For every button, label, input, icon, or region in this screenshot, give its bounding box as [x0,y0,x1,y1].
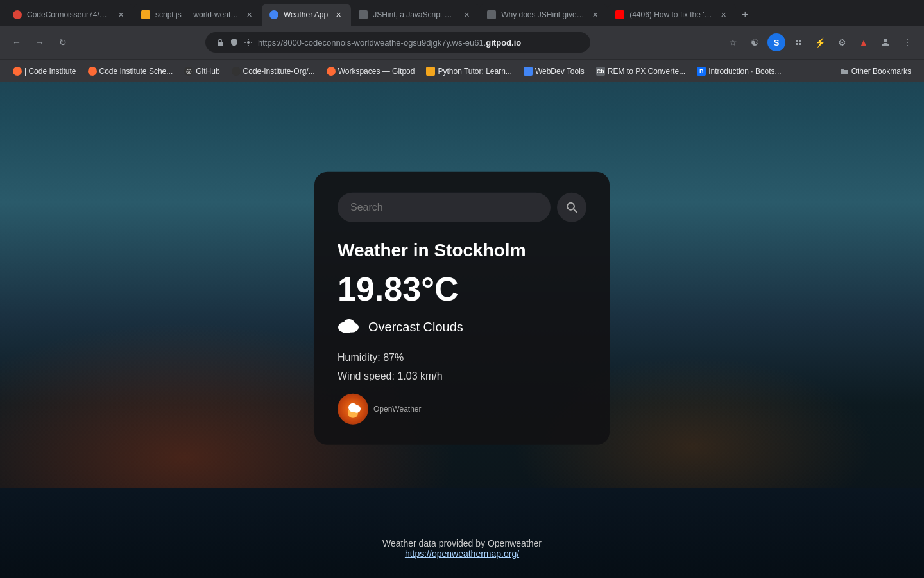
cloud-icon [338,316,361,338]
tab-icon-5 [487,10,496,19]
tab-icon-4 [359,10,368,19]
reload-button[interactable]: ↻ [54,33,72,51]
bookmark-label-3: GitHub [196,67,219,76]
openweather-badge: OpenWeather [338,393,586,424]
bookmark-icon-8: Cb [596,67,605,76]
bookmark-bootstrap[interactable]: B Introduction · Boots... [692,64,786,78]
tab-close-5[interactable]: ✕ [590,10,600,20]
bookmark-star-icon[interactable]: ☆ [724,33,742,51]
brave-icon[interactable]: ▲ [855,33,873,51]
bookmark-label-1: | Code Institute [24,67,76,76]
tab-close-2[interactable]: ✕ [244,10,254,20]
bookmark-label-9: Introduction · Boots... [708,67,781,76]
url-text: https://8000-codeconnois-worldweathe-ogs… [258,38,521,48]
lightning-icon[interactable]: ⚡ [811,33,829,51]
tab-close-3[interactable]: ✕ [333,10,343,20]
overcast-cloud-icon [338,316,361,334]
search-button[interactable] [557,193,586,222]
tab-youtube[interactable]: (4406) How to fix the 'let' is avai... ✕ [608,4,736,26]
tab-close-4[interactable]: ✕ [461,10,472,20]
extension-puzzle-icon[interactable]: ☯ [746,33,764,51]
bookmark-label-5: Workspaces — Gitpod [338,67,415,76]
search-icon [565,201,578,214]
tab-label-2: script.js — world-weather-p2 —... [155,10,239,19]
security-icon [216,38,225,47]
tab-close-1[interactable]: ✕ [116,10,126,20]
bookmark-icon-3: ◎ [184,67,193,76]
bookmark-label-6: Python Tutor: Learn... [438,67,511,76]
bookmark-icon-6 [426,67,435,76]
humidity-value: 87% [383,352,404,363]
bookmark-python-tutor[interactable]: Python Tutor: Learn... [421,64,517,78]
tab-icon-2 [141,10,150,19]
forward-button[interactable]: → [31,33,49,51]
folder-icon [840,67,849,76]
wind-value: 1.03 km/h [397,371,442,381]
bookmark-icon-4 [232,67,241,76]
tab-jshint[interactable]: JSHint, a JavaScript Code Quality T... ✕ [351,4,479,26]
menu-icon[interactable]: ⋮ [898,33,916,51]
new-tab-button[interactable]: + [736,6,754,24]
bookmark-github[interactable]: ◎ GitHub [179,64,225,78]
svg-point-2 [884,39,887,42]
tab-label-5: Why does JSHint give me these i... [501,10,585,19]
condition-text: Overcast Clouds [368,320,463,335]
browser-chrome: CodeConnoisseur74/world-wea... ✕ script.… [0,0,924,578]
page-footer: Weather data provided by Openweather htt… [382,538,542,559]
openweather-text: OpenWeather [373,404,422,413]
svg-point-1 [247,41,250,44]
svg-point-3 [567,203,574,210]
bookmark-other[interactable]: Other Bookmarks [835,64,916,78]
svg-point-7 [343,319,355,331]
bookmark-label-4: Code-Institute-Org/... [243,67,315,76]
account-icon[interactable] [877,33,894,51]
humidity-line: Humidity: 87% [338,349,586,367]
tab-scriptjs[interactable]: script.js — world-weather-p2 —... ✕ [133,4,262,26]
condition-row: Overcast Clouds [338,316,586,338]
profile-icon[interactable]: S [767,33,785,51]
search-input[interactable] [338,193,551,222]
bookmark-ci-schedule[interactable]: Code Institute Sche... [83,64,178,78]
bookmarks-bar: | Code Institute Code Institute Sche... … [0,59,924,82]
openweather-logo-svg [343,398,363,419]
tab-label-4: JSHint, a JavaScript Code Quality T... [373,10,456,19]
toolbar-icons: ☆ ☯ S ⚡ ⚙ ▲ ⋮ [724,33,916,51]
weather-card: Weather in Stockholm 19.83°C Overcast Cl… [314,172,610,445]
humidity-label: Humidity: [338,352,381,363]
settings-gear-icon[interactable]: ⚙ [833,33,851,51]
bookmark-label-2: Code Institute Sche... [99,67,173,76]
bookmark-label-8: REM to PX Converte... [608,67,685,76]
bookmark-webdev-tools[interactable]: WebDev Tools [518,64,590,78]
bookmark-icon-2 [88,67,97,76]
svg-rect-0 [218,42,223,46]
footer-link[interactable]: https://openweathermap.org/ [382,548,542,559]
back-button[interactable]: ← [8,33,26,51]
weather-title: Weather in Stockholm [338,240,586,261]
bookmark-icon-5 [327,67,336,76]
bookmark-ci-org[interactable]: Code-Institute-Org/... [227,64,320,78]
url-bar[interactable]: https://8000-codeconnois-worldweathe-ogs… [205,32,590,53]
bookmark-gitpod[interactable]: Workspaces — Gitpod [321,64,420,78]
footer-text: Weather data provided by Openweather [382,538,542,548]
tab-close-6[interactable]: ✕ [718,10,728,20]
wind-line: Wind speed: 1.03 km/h [338,367,586,386]
tab-codeconnoiseur[interactable]: CodeConnoisseur74/world-wea... ✕ [5,4,133,26]
wind-label: Wind speed: [338,371,395,381]
bookmark-rem-px[interactable]: Cb REM to PX Converte... [591,64,690,78]
tab-label-6: (4406) How to fix the 'let' is avai... [629,10,713,19]
tab-jshint2[interactable]: Why does JSHint give me these i... ✕ [479,4,608,26]
bookmark-label-10: Other Bookmarks [851,67,911,76]
tab-icon-1 [13,10,22,19]
extensions-icon[interactable] [789,33,807,51]
page-content: Weather in Stockholm 19.83°C Overcast Cl… [0,82,924,578]
shield-icon [230,38,239,47]
tab-weather-app[interactable]: Weather App ✕ [262,4,351,26]
tab-bar: CodeConnoisseur74/world-wea... ✕ script.… [0,0,924,26]
openweather-logo [338,393,368,424]
weather-details: Humidity: 87% Wind speed: 1.03 km/h [338,349,586,386]
svg-line-4 [574,209,577,213]
bookmark-code-institute[interactable]: | Code Institute [8,64,81,78]
address-bar: ← → ↻ https://8000-codeconnois-worldweat… [0,26,924,59]
bookmark-label-7: WebDev Tools [535,67,585,76]
tab-label-3: Weather App [284,10,328,19]
